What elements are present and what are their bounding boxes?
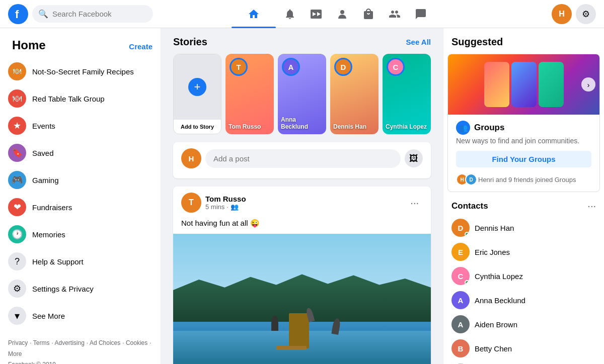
sidebar-item-saved[interactable]: 🔖 Saved <box>4 140 157 166</box>
contact-item-anna-becklund[interactable]: A Anna Becklund <box>451 288 596 312</box>
nav-marketplace-button[interactable] <box>356 2 381 26</box>
contact-avatar-aiden-brown: A <box>451 315 470 333</box>
gaming-icon: 🎮 <box>8 171 26 189</box>
add-story-top: + <box>174 54 221 120</box>
post-time-1: 5 mins <box>205 203 224 211</box>
footer-more-link[interactable]: More <box>8 350 22 357</box>
story-avatar-tom: T <box>230 58 248 76</box>
nav-groups-button[interactable] <box>383 2 407 26</box>
post-meta-1: 5 mins · 👥 <box>205 203 402 211</box>
facebook-logo[interactable]: f <box>8 4 28 24</box>
contacts-header: Contacts ··· <box>451 200 596 212</box>
contact-item-cynthia-lopez[interactable]: C Cynthia Lopez <box>451 264 596 288</box>
footer-terms-link[interactable]: Terms <box>33 339 50 346</box>
footer-advertising-link[interactable]: Advertising <box>54 339 84 346</box>
topnav-left: f 🔍 <box>8 4 169 24</box>
story-card-cynthia[interactable]: C Cynthia Lopez <box>383 54 431 134</box>
sidebar-title: Home <box>8 36 50 56</box>
sidebar: Home Create 🍽 Not-So-Secret Family Recip… <box>0 28 161 364</box>
story-name-tom: Tom Russo <box>229 123 271 130</box>
story-name-cynthia: Cynthia Lopez <box>386 123 428 130</box>
svg-point-2 <box>340 10 344 14</box>
feed-post-1: T Tom Russo 5 mins · 👥 ··· Not having fu… <box>173 187 431 364</box>
sidebar-item-events[interactable]: ★ Events <box>4 113 157 139</box>
sidebar-label-memories: Memories <box>32 230 65 239</box>
main-feed: Stories See All + Add to Story T Tom Rus… <box>161 28 443 364</box>
sidebar-item-seemore[interactable]: ▾ See More <box>4 303 157 329</box>
footer-cookies-link[interactable]: Cookies <box>126 339 147 346</box>
friends-avatars: H D <box>456 173 474 186</box>
contact-avatar-eric-jones: E <box>451 243 470 261</box>
post-dot: · <box>226 203 229 211</box>
friends-joined: H D Henri and 9 friends joined Groups <box>456 173 591 186</box>
sidebar-item-settings[interactable]: ⚙ Settings & Privacy <box>4 276 157 302</box>
groups-card-image: › <box>448 54 599 115</box>
story-card-tom[interactable]: T Tom Russo <box>225 54 274 134</box>
friends-joined-text: Henri and 9 friends joined Groups <box>478 176 576 184</box>
sidebar-label-help: Help & Support <box>32 257 84 266</box>
post-image-1 <box>173 234 431 364</box>
story-avatar-cynthia: C <box>387 58 405 76</box>
seemore-icon: ▾ <box>8 307 26 325</box>
groups-card-body: 👥 Groups New ways to find and join commu… <box>448 115 599 192</box>
contact-item-eric-jones[interactable]: E Eric Jones <box>451 240 596 264</box>
contact-name-cynthia-lopez: Cynthia Lopez <box>475 272 523 281</box>
post-input[interactable] <box>205 149 401 168</box>
add-story-card[interactable]: + Add to Story <box>173 54 221 134</box>
contact-item-aiden-brown[interactable]: A Aiden Brown <box>451 312 596 336</box>
add-story-label: Add to Story <box>174 120 221 134</box>
story-name-dennis: Dennis Han <box>333 123 375 130</box>
nav-messenger-button[interactable] <box>409 2 433 26</box>
post-more-button-1[interactable]: ··· <box>406 195 423 211</box>
stories-title: Stories <box>173 36 207 48</box>
contact-name-eric-jones: Eric Jones <box>475 248 510 256</box>
post-user-name-1[interactable]: Tom Russo <box>205 195 402 203</box>
settings-button[interactable]: ⚙ <box>576 4 596 24</box>
post-text-1: Not having fun at all 😜 <box>173 219 431 234</box>
groups-card-next-icon[interactable]: › <box>581 77 595 92</box>
sidebar-item-redtable[interactable]: 🍽 Red Table Talk Group <box>4 85 157 112</box>
contact-item-betty-chen[interactable]: B Betty Chen <box>451 336 596 360</box>
nav-profile-button[interactable] <box>330 2 354 26</box>
contact-name-aiden-brown: Aiden Brown <box>475 320 517 329</box>
contact-name-betty-chen: Betty Chen <box>475 344 512 353</box>
story-card-dennis[interactable]: D Dennis Han <box>330 54 379 134</box>
profile-avatar[interactable]: H <box>552 4 572 24</box>
search-input[interactable] <box>52 10 147 18</box>
sidebar-label-saved: Saved <box>32 149 54 157</box>
story-card-anna[interactable]: A Anna Becklund <box>278 54 326 134</box>
contact-name-dennis-han: Dennis Han <box>475 224 514 232</box>
footer-privacy-link[interactable]: Privacy <box>8 339 28 346</box>
sidebar-header: Home Create <box>4 36 157 56</box>
suggested-title: Suggested <box>447 36 600 54</box>
nav-watch-button[interactable] <box>304 2 328 26</box>
sidebar-label-seemore: See More <box>32 312 65 320</box>
sidebar-item-memories[interactable]: 🕐 Memories <box>4 221 157 247</box>
sidebar-item-help[interactable]: ? Help & Support <box>4 248 157 275</box>
sidebar-label-events: Events <box>32 122 55 130</box>
post-photo-button[interactable]: 🖼 <box>405 149 423 167</box>
groups-card-title-text: Groups <box>474 123 504 133</box>
create-button[interactable]: Create <box>129 40 153 53</box>
groups-card-title: 👥 Groups <box>456 121 591 135</box>
add-story-plus-icon: + <box>188 78 206 96</box>
contact-item-dan-brown[interactable]: D Dan Brown <box>451 360 596 364</box>
find-groups-button[interactable]: Find Your Groups <box>456 151 591 167</box>
groups-card-description: New ways to find and join communities. <box>456 137 591 145</box>
footer-adchoices-link[interactable]: Ad Choices <box>90 339 120 346</box>
sidebar-item-recipes[interactable]: 🍽 Not-So-Secret Family Recipes <box>4 58 157 84</box>
contacts-more-button[interactable]: ··· <box>587 200 596 212</box>
contact-avatar-cynthia-lopez: C <box>451 267 470 285</box>
nav-notifications-button[interactable] <box>278 2 302 26</box>
footer-copyright: Facebook © 2019 <box>8 359 153 364</box>
see-all-stories-button[interactable]: See All <box>406 38 431 46</box>
memories-icon: 🕐 <box>8 225 26 243</box>
search-bar[interactable]: 🔍 <box>32 5 153 23</box>
sidebar-item-fundraisers[interactable]: ❤ Fundraisers <box>4 194 157 220</box>
sidebar-item-gaming[interactable]: 🎮 Gaming <box>4 167 157 193</box>
nav-home-button[interactable] <box>232 2 276 26</box>
contacts-title: Contacts <box>451 201 488 211</box>
stories-row: + Add to Story T Tom Russo A Anna Becklu… <box>173 54 431 134</box>
contact-item-dennis-han[interactable]: D Dennis Han <box>451 216 596 240</box>
stories-section: Stories See All + Add to Story T Tom Rus… <box>173 36 431 134</box>
